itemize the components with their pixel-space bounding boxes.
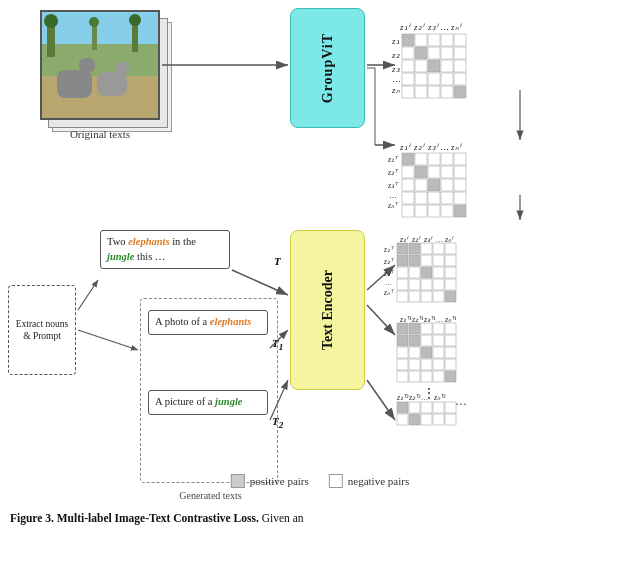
svg-line-7 xyxy=(78,280,98,310)
negative-box xyxy=(329,474,343,488)
svg-rect-140 xyxy=(433,347,444,358)
t-label: T xyxy=(274,255,281,267)
negative-label: negative pairs xyxy=(348,475,409,487)
extract-nouns-box: Extract nouns & Prompt xyxy=(8,285,76,375)
svg-text:z₃ᵀ: z₃ᵀ xyxy=(391,64,406,74)
diagram-container: Original texts GroupViT Text Encoder Ext… xyxy=(0,0,640,530)
svg-rect-85 xyxy=(441,205,453,217)
t1-text-prefix: A photo of a xyxy=(155,316,210,327)
svg-rect-142 xyxy=(397,359,408,370)
svg-rect-83 xyxy=(415,205,427,217)
svg-rect-110 xyxy=(433,267,444,278)
svg-rect-101 xyxy=(445,243,456,254)
svg-rect-113 xyxy=(409,279,420,290)
figure-number: Figure 3. xyxy=(10,512,54,524)
svg-rect-32 xyxy=(402,47,414,59)
svg-rect-135 xyxy=(433,335,444,346)
svg-text:zₙᵀ¹: zₙᵀ¹ xyxy=(444,315,457,324)
t1-elephants-highlight: elephants xyxy=(210,316,251,327)
text-encoder-label: Text Encoder xyxy=(320,270,336,350)
svg-text:z₂ᵀ: z₂ᵀ xyxy=(383,257,395,266)
svg-rect-65 xyxy=(441,153,453,165)
svg-rect-116 xyxy=(445,279,456,290)
svg-rect-97 xyxy=(397,243,408,254)
svg-rect-117 xyxy=(397,291,408,302)
svg-text:z₁ᵀ¹: z₁ᵀ¹ xyxy=(399,315,412,324)
svg-rect-38 xyxy=(415,60,427,72)
figure-title: Multi-label Image-Text Contrastive Loss. xyxy=(57,512,259,524)
svg-rect-69 xyxy=(428,166,440,178)
figure-caption: Figure 3. Multi-label Image-Text Contras… xyxy=(10,510,630,526)
svg-rect-105 xyxy=(433,255,444,266)
svg-rect-35 xyxy=(441,47,453,59)
svg-rect-28 xyxy=(415,34,427,46)
svg-rect-75 xyxy=(441,179,453,191)
svg-rect-76 xyxy=(454,179,466,191)
svg-text:z₁ᴵ: z₁ᴵ xyxy=(399,22,411,32)
svg-rect-121 xyxy=(445,291,456,302)
svg-rect-143 xyxy=(409,359,420,370)
svg-text:z₁ᵀ²: z₁ᵀ² xyxy=(396,393,409,402)
svg-rect-128 xyxy=(409,323,420,334)
svg-rect-43 xyxy=(415,73,427,85)
svg-rect-66 xyxy=(454,153,466,165)
svg-text:z₁ᴵ: z₁ᴵ xyxy=(399,235,409,244)
svg-text:z₁ᵀ: z₁ᵀ xyxy=(387,155,399,164)
svg-rect-44 xyxy=(428,73,440,85)
svg-rect-104 xyxy=(421,255,432,266)
svg-rect-107 xyxy=(397,267,408,278)
svg-rect-50 xyxy=(441,86,453,98)
svg-rect-49 xyxy=(428,86,440,98)
svg-rect-79 xyxy=(428,192,440,204)
svg-text:z₁ᴵ: z₁ᴵ xyxy=(399,142,411,152)
image-label: Original texts xyxy=(40,128,160,140)
svg-rect-80 xyxy=(441,192,453,204)
svg-rect-148 xyxy=(409,371,420,382)
svg-rect-118 xyxy=(409,291,420,302)
svg-rect-112 xyxy=(397,279,408,290)
svg-rect-47 xyxy=(402,86,414,98)
svg-text:zₙᵀ: zₙᵀ xyxy=(387,201,399,210)
svg-text:…: … xyxy=(440,22,449,32)
svg-rect-141 xyxy=(445,347,456,358)
svg-rect-37 xyxy=(402,60,414,72)
elephants-highlight: elephants xyxy=(128,236,169,247)
svg-rect-84 xyxy=(428,205,440,217)
groupvit-label: GroupViT xyxy=(320,33,336,103)
svg-rect-127 xyxy=(397,323,408,334)
svg-line-9 xyxy=(232,270,288,295)
positive-label: positive pairs xyxy=(250,475,309,487)
svg-text:z₂ᵀ¹: z₂ᵀ¹ xyxy=(411,315,424,324)
svg-line-14 xyxy=(367,380,395,420)
svg-rect-100 xyxy=(433,243,444,254)
legend-negative: negative pairs xyxy=(329,474,409,488)
svg-text:z₁ᵀ: z₁ᵀ xyxy=(391,36,406,46)
svg-text:…: … xyxy=(392,74,401,84)
svg-text:z₃ᴵ: z₃ᴵ xyxy=(423,235,433,244)
svg-rect-40 xyxy=(441,60,453,72)
svg-rect-109 xyxy=(421,267,432,278)
svg-line-12 xyxy=(367,265,395,290)
svg-rect-159 xyxy=(421,402,432,413)
svg-rect-67 xyxy=(402,166,414,178)
svg-rect-162 xyxy=(397,414,408,425)
svg-rect-132 xyxy=(397,335,408,346)
svg-rect-70 xyxy=(441,166,453,178)
svg-rect-29 xyxy=(428,34,440,46)
svg-text:⋮: ⋮ xyxy=(422,386,436,401)
extract-label: Extract nouns & Prompt xyxy=(13,318,71,343)
svg-rect-149 xyxy=(421,371,432,382)
t2-jungle-highlight: jungle xyxy=(215,396,242,407)
svg-rect-27 xyxy=(402,34,414,46)
svg-rect-73 xyxy=(415,179,427,191)
svg-rect-165 xyxy=(433,414,444,425)
svg-rect-161 xyxy=(445,402,456,413)
svg-rect-158 xyxy=(409,402,420,413)
svg-text:z₂ᵀ: z₂ᵀ xyxy=(391,50,406,60)
svg-text:z₃ᵀ: z₃ᵀ xyxy=(383,269,395,278)
svg-text:z₃ᴵ: z₃ᴵ xyxy=(427,142,439,152)
svg-rect-150 xyxy=(433,371,444,382)
svg-rect-82 xyxy=(402,205,414,217)
svg-text:zₙᴵ: zₙᴵ xyxy=(450,22,462,32)
generated-texts-label: Generated texts xyxy=(148,490,273,501)
